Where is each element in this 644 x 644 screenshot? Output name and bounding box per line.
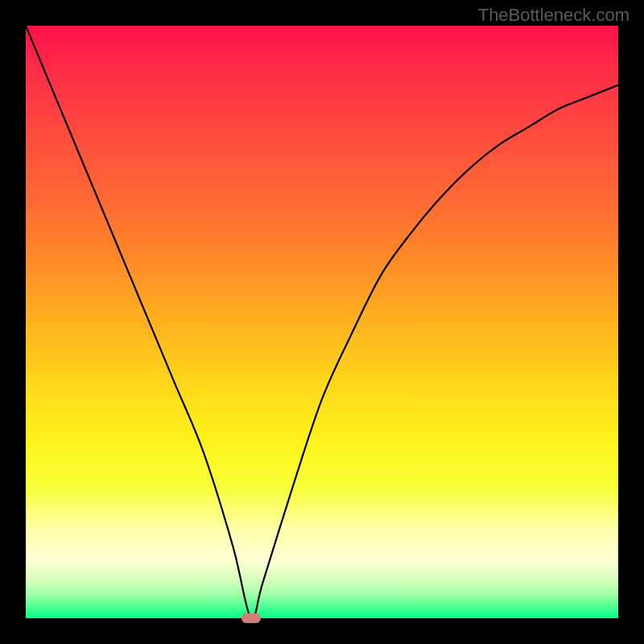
watermark-label: TheBottleneck.com bbox=[478, 5, 630, 26]
chart-plot-area bbox=[26, 26, 618, 618]
bottleneck-curve-path bbox=[26, 26, 618, 618]
curve-svg bbox=[26, 26, 618, 618]
notch-marker bbox=[242, 613, 261, 623]
